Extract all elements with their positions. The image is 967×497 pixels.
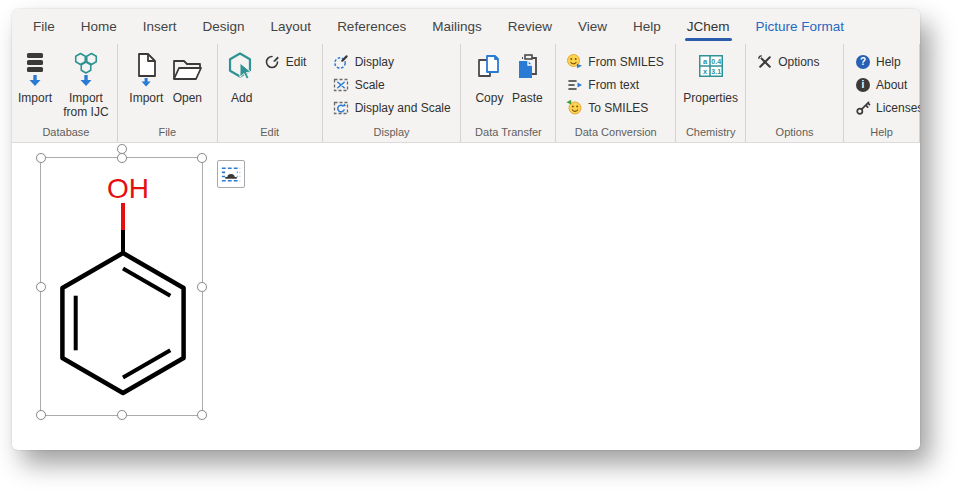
resize-handle-bottom-left[interactable] bbox=[36, 410, 46, 420]
phenol-structure: OH bbox=[41, 158, 204, 417]
svg-text:0.4: 0.4 bbox=[711, 58, 721, 65]
group-label-data-conversion: Data Conversion bbox=[556, 124, 675, 142]
about-button[interactable]: i About bbox=[850, 73, 920, 96]
add-structure-icon bbox=[227, 50, 257, 90]
group-label-database: Database bbox=[15, 124, 117, 142]
group-label-options: Options bbox=[746, 124, 843, 142]
tab-help[interactable]: Help bbox=[620, 9, 674, 44]
tools-icon bbox=[756, 53, 773, 70]
group-database: Import bbox=[15, 44, 118, 142]
licenses-button[interactable]: Licenses bbox=[850, 96, 920, 119]
group-label-help: Help bbox=[844, 124, 919, 142]
database-import-from-ijc-button[interactable]: Import from IJC bbox=[55, 47, 117, 120]
properties-table-icon: a 0.4 x 3.1 bbox=[696, 50, 726, 90]
info-icon: i bbox=[854, 76, 871, 93]
file-import-icon bbox=[130, 50, 162, 90]
ribbon-tab-bar: File Home Insert Design Layout Reference… bbox=[12, 9, 920, 44]
smiley-export-icon bbox=[566, 99, 583, 116]
display-and-scale-button[interactable]: Display and Scale bbox=[329, 96, 455, 119]
database-import-icon bbox=[19, 50, 51, 90]
group-data-conversion: From SMILES bbox=[556, 44, 676, 142]
svg-text:?: ? bbox=[859, 56, 865, 67]
tab-review[interactable]: Review bbox=[495, 9, 565, 44]
from-text-button[interactable]: From text bbox=[562, 73, 667, 96]
file-open-button[interactable]: Open bbox=[166, 47, 208, 105]
edit-structure-button[interactable]: Edit bbox=[260, 50, 311, 73]
paste-icon bbox=[511, 50, 543, 90]
group-chemistry: a 0.4 x 3.1 Properties Chemistry bbox=[676, 44, 746, 142]
add-structure-button[interactable]: Add bbox=[224, 47, 260, 105]
application-window: File Home Insert Design Layout Reference… bbox=[12, 9, 920, 450]
layout-options-button[interactable] bbox=[217, 160, 245, 188]
to-smiles-button[interactable]: To SMILES bbox=[562, 96, 667, 119]
help-button[interactable]: ? Help bbox=[850, 50, 920, 73]
group-label-display: Display bbox=[323, 124, 461, 142]
file-import-button[interactable]: Import bbox=[126, 47, 166, 105]
group-file: Import Open File bbox=[118, 44, 218, 142]
group-label-data-transfer: Data Transfer bbox=[461, 124, 555, 142]
ijc-hexagons-icon bbox=[70, 50, 102, 90]
resize-handle-middle-left[interactable] bbox=[36, 282, 46, 292]
tab-view[interactable]: View bbox=[565, 9, 620, 44]
paste-button[interactable]: Paste bbox=[508, 47, 546, 105]
tab-home[interactable]: Home bbox=[68, 9, 130, 44]
resize-handle-top-left[interactable] bbox=[36, 153, 46, 163]
group-label-chemistry: Chemistry bbox=[676, 124, 745, 142]
resize-handle-bottom-middle[interactable] bbox=[117, 410, 127, 420]
text-lines-icon bbox=[566, 76, 583, 93]
document-canvas[interactable]: OH bbox=[12, 143, 920, 449]
smiley-import-icon bbox=[566, 53, 583, 70]
tab-layout[interactable]: Layout bbox=[258, 9, 325, 44]
group-data-transfer: Copy Paste Data Transfer bbox=[461, 44, 556, 142]
display-icon bbox=[333, 53, 350, 70]
tab-picture-format[interactable]: Picture Format bbox=[743, 9, 858, 44]
tab-references[interactable]: References bbox=[324, 9, 419, 44]
copy-button[interactable]: Copy bbox=[470, 47, 508, 105]
resize-handle-top-middle[interactable] bbox=[117, 153, 127, 163]
options-button[interactable]: Options bbox=[752, 50, 823, 73]
help-question-icon: ? bbox=[854, 53, 871, 70]
database-import-button[interactable]: Import bbox=[15, 47, 55, 105]
hydroxyl-label: OH bbox=[107, 173, 149, 204]
from-smiles-button[interactable]: From SMILES bbox=[562, 50, 667, 73]
key-icon bbox=[854, 99, 871, 116]
group-label-file: File bbox=[118, 124, 217, 142]
edit-structure-icon bbox=[264, 53, 281, 70]
resize-handle-bottom-right[interactable] bbox=[197, 410, 207, 420]
display-button[interactable]: Display bbox=[329, 50, 455, 73]
svg-text:i: i bbox=[861, 79, 864, 90]
resize-handle-middle-right[interactable] bbox=[197, 282, 207, 292]
copy-icon bbox=[473, 50, 505, 90]
tab-mailings[interactable]: Mailings bbox=[419, 9, 495, 44]
group-label-edit: Edit bbox=[218, 124, 322, 142]
group-display: Display Scale bbox=[323, 44, 462, 142]
group-help: ? Help i About bbox=[844, 44, 920, 142]
svg-text:3.1: 3.1 bbox=[711, 68, 721, 75]
resize-handle-top-right[interactable] bbox=[197, 153, 207, 163]
selected-structure-image[interactable]: OH bbox=[40, 157, 203, 416]
scale-icon bbox=[333, 76, 350, 93]
scale-button[interactable]: Scale bbox=[329, 73, 455, 96]
layout-options-icon bbox=[218, 161, 244, 188]
aromatic-double-bonds bbox=[76, 268, 171, 377]
display-and-scale-icon bbox=[333, 99, 350, 116]
tab-insert[interactable]: Insert bbox=[130, 9, 190, 44]
group-edit: Add Edit Edit bbox=[218, 44, 323, 142]
jchem-ribbon: Import bbox=[12, 44, 920, 143]
open-folder-icon bbox=[169, 50, 205, 90]
benzene-ring bbox=[62, 253, 183, 393]
tab-file[interactable]: File bbox=[20, 9, 68, 44]
tab-design[interactable]: Design bbox=[190, 9, 258, 44]
properties-button[interactable]: a 0.4 x 3.1 Properties bbox=[680, 47, 741, 105]
group-options: Options Options bbox=[746, 44, 844, 142]
tab-jchem[interactable]: JChem bbox=[674, 9, 743, 44]
